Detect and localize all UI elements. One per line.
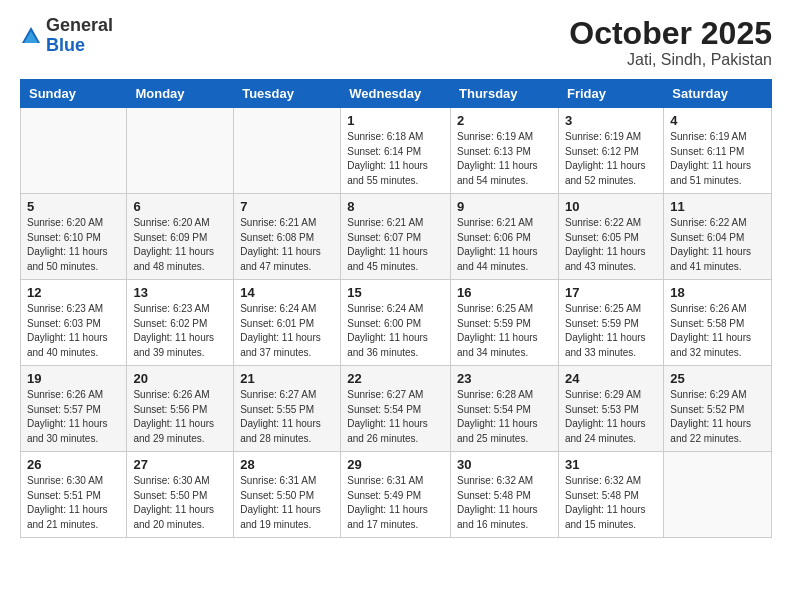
calendar-cell: 10Sunrise: 6:22 AM Sunset: 6:05 PM Dayli… [558,194,663,280]
calendar-week-row: 1Sunrise: 6:18 AM Sunset: 6:14 PM Daylig… [21,108,772,194]
day-info: Sunrise: 6:30 AM Sunset: 5:51 PM Dayligh… [27,474,120,532]
day-info: Sunrise: 6:21 AM Sunset: 6:07 PM Dayligh… [347,216,444,274]
day-number: 4 [670,113,765,128]
day-number: 8 [347,199,444,214]
day-info: Sunrise: 6:23 AM Sunset: 6:02 PM Dayligh… [133,302,227,360]
calendar-cell: 17Sunrise: 6:25 AM Sunset: 5:59 PM Dayli… [558,280,663,366]
day-number: 28 [240,457,334,472]
calendar-cell: 5Sunrise: 6:20 AM Sunset: 6:10 PM Daylig… [21,194,127,280]
day-number: 18 [670,285,765,300]
day-info: Sunrise: 6:21 AM Sunset: 6:06 PM Dayligh… [457,216,552,274]
logo: General Blue [20,16,113,56]
calendar-table: SundayMondayTuesdayWednesdayThursdayFrid… [20,79,772,538]
day-info: Sunrise: 6:27 AM Sunset: 5:55 PM Dayligh… [240,388,334,446]
calendar-cell: 3Sunrise: 6:19 AM Sunset: 6:12 PM Daylig… [558,108,663,194]
calendar-week-row: 12Sunrise: 6:23 AM Sunset: 6:03 PM Dayli… [21,280,772,366]
day-info: Sunrise: 6:19 AM Sunset: 6:12 PM Dayligh… [565,130,657,188]
day-info: Sunrise: 6:24 AM Sunset: 6:01 PM Dayligh… [240,302,334,360]
calendar-cell: 9Sunrise: 6:21 AM Sunset: 6:06 PM Daylig… [451,194,559,280]
day-number: 16 [457,285,552,300]
calendar-subtitle: Jati, Sindh, Pakistan [569,51,772,69]
day-number: 19 [27,371,120,386]
day-number: 12 [27,285,120,300]
day-number: 22 [347,371,444,386]
calendar-cell: 13Sunrise: 6:23 AM Sunset: 6:02 PM Dayli… [127,280,234,366]
calendar-cell: 26Sunrise: 6:30 AM Sunset: 5:51 PM Dayli… [21,452,127,538]
calendar-cell: 30Sunrise: 6:32 AM Sunset: 5:48 PM Dayli… [451,452,559,538]
day-info: Sunrise: 6:32 AM Sunset: 5:48 PM Dayligh… [565,474,657,532]
day-info: Sunrise: 6:26 AM Sunset: 5:56 PM Dayligh… [133,388,227,446]
calendar-cell: 25Sunrise: 6:29 AM Sunset: 5:52 PM Dayli… [664,366,772,452]
day-info: Sunrise: 6:31 AM Sunset: 5:49 PM Dayligh… [347,474,444,532]
logo-general-text: General [46,15,113,35]
day-info: Sunrise: 6:24 AM Sunset: 6:00 PM Dayligh… [347,302,444,360]
header: General Blue October 2025 Jati, Sindh, P… [20,16,772,69]
col-header-sunday: Sunday [21,80,127,108]
day-number: 20 [133,371,227,386]
calendar-cell: 29Sunrise: 6:31 AM Sunset: 5:49 PM Dayli… [341,452,451,538]
day-number: 14 [240,285,334,300]
day-number: 9 [457,199,552,214]
day-number: 29 [347,457,444,472]
logo-icon [20,25,42,47]
col-header-friday: Friday [558,80,663,108]
calendar-week-row: 19Sunrise: 6:26 AM Sunset: 5:57 PM Dayli… [21,366,772,452]
calendar-cell: 8Sunrise: 6:21 AM Sunset: 6:07 PM Daylig… [341,194,451,280]
day-info: Sunrise: 6:28 AM Sunset: 5:54 PM Dayligh… [457,388,552,446]
calendar-cell: 16Sunrise: 6:25 AM Sunset: 5:59 PM Dayli… [451,280,559,366]
calendar-cell: 27Sunrise: 6:30 AM Sunset: 5:50 PM Dayli… [127,452,234,538]
day-info: Sunrise: 6:20 AM Sunset: 6:09 PM Dayligh… [133,216,227,274]
col-header-wednesday: Wednesday [341,80,451,108]
day-info: Sunrise: 6:26 AM Sunset: 5:58 PM Dayligh… [670,302,765,360]
day-number: 3 [565,113,657,128]
day-number: 13 [133,285,227,300]
title-block: October 2025 Jati, Sindh, Pakistan [569,16,772,69]
calendar-cell: 2Sunrise: 6:19 AM Sunset: 6:13 PM Daylig… [451,108,559,194]
calendar-cell: 23Sunrise: 6:28 AM Sunset: 5:54 PM Dayli… [451,366,559,452]
calendar-cell: 7Sunrise: 6:21 AM Sunset: 6:08 PM Daylig… [234,194,341,280]
calendar-cell: 4Sunrise: 6:19 AM Sunset: 6:11 PM Daylig… [664,108,772,194]
day-info: Sunrise: 6:19 AM Sunset: 6:13 PM Dayligh… [457,130,552,188]
day-number: 5 [27,199,120,214]
day-number: 6 [133,199,227,214]
day-info: Sunrise: 6:29 AM Sunset: 5:52 PM Dayligh… [670,388,765,446]
calendar-cell: 31Sunrise: 6:32 AM Sunset: 5:48 PM Dayli… [558,452,663,538]
day-info: Sunrise: 6:25 AM Sunset: 5:59 PM Dayligh… [457,302,552,360]
day-info: Sunrise: 6:23 AM Sunset: 6:03 PM Dayligh… [27,302,120,360]
day-info: Sunrise: 6:31 AM Sunset: 5:50 PM Dayligh… [240,474,334,532]
day-number: 30 [457,457,552,472]
day-info: Sunrise: 6:29 AM Sunset: 5:53 PM Dayligh… [565,388,657,446]
calendar-cell [21,108,127,194]
day-number: 15 [347,285,444,300]
day-number: 24 [565,371,657,386]
day-number: 31 [565,457,657,472]
calendar-cell: 19Sunrise: 6:26 AM Sunset: 5:57 PM Dayli… [21,366,127,452]
calendar-cell: 1Sunrise: 6:18 AM Sunset: 6:14 PM Daylig… [341,108,451,194]
col-header-tuesday: Tuesday [234,80,341,108]
page: General Blue October 2025 Jati, Sindh, P… [0,0,792,612]
day-info: Sunrise: 6:22 AM Sunset: 6:04 PM Dayligh… [670,216,765,274]
calendar-cell: 11Sunrise: 6:22 AM Sunset: 6:04 PM Dayli… [664,194,772,280]
calendar-cell [127,108,234,194]
day-info: Sunrise: 6:22 AM Sunset: 6:05 PM Dayligh… [565,216,657,274]
day-number: 26 [27,457,120,472]
calendar-cell: 14Sunrise: 6:24 AM Sunset: 6:01 PM Dayli… [234,280,341,366]
day-number: 10 [565,199,657,214]
logo-blue-text: Blue [46,35,85,55]
day-number: 27 [133,457,227,472]
calendar-cell: 22Sunrise: 6:27 AM Sunset: 5:54 PM Dayli… [341,366,451,452]
day-info: Sunrise: 6:30 AM Sunset: 5:50 PM Dayligh… [133,474,227,532]
calendar-cell [664,452,772,538]
calendar-cell: 6Sunrise: 6:20 AM Sunset: 6:09 PM Daylig… [127,194,234,280]
day-number: 7 [240,199,334,214]
day-number: 21 [240,371,334,386]
col-header-monday: Monday [127,80,234,108]
calendar-cell: 20Sunrise: 6:26 AM Sunset: 5:56 PM Dayli… [127,366,234,452]
calendar-cell: 24Sunrise: 6:29 AM Sunset: 5:53 PM Dayli… [558,366,663,452]
day-number: 1 [347,113,444,128]
day-info: Sunrise: 6:27 AM Sunset: 5:54 PM Dayligh… [347,388,444,446]
day-number: 25 [670,371,765,386]
day-info: Sunrise: 6:32 AM Sunset: 5:48 PM Dayligh… [457,474,552,532]
calendar-title: October 2025 [569,16,772,51]
calendar-cell: 15Sunrise: 6:24 AM Sunset: 6:00 PM Dayli… [341,280,451,366]
